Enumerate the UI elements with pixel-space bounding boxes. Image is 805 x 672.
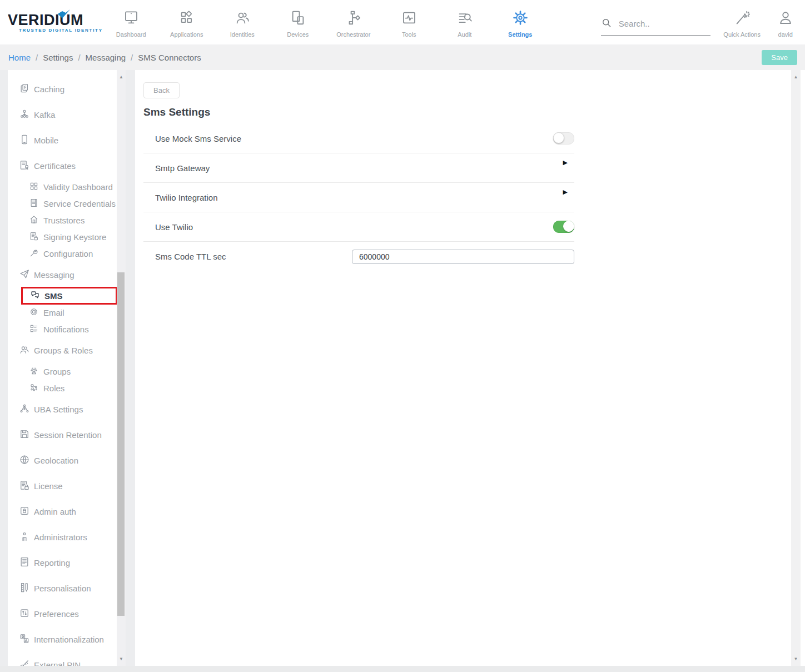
sidebar-item-sms[interactable]: SMS: [21, 287, 117, 305]
nav-item-tools[interactable]: Tools: [381, 7, 437, 38]
sidebar-item-signing-keystore[interactable]: Signing Keystore: [8, 228, 126, 245]
settings-row-use-twilio: Use Twilio: [143, 212, 574, 242]
main-scrollbar[interactable]: ▲ ▼: [791, 70, 801, 666]
certificates-icon: [19, 160, 30, 172]
brand-tagline: TRUSTED DIGITAL IDENTITY: [19, 28, 103, 33]
sidebar-scrollbar-thumb[interactable]: [117, 272, 125, 616]
nav-item-applications[interactable]: Applications: [159, 7, 215, 38]
page-bottom-edge: [0, 666, 805, 672]
kafka-icon: [19, 108, 30, 121]
scroll-up-icon[interactable]: ▲: [117, 74, 126, 79]
nav-item-audit[interactable]: Audit: [437, 7, 493, 38]
search-input[interactable]: [618, 18, 703, 29]
sidebar-scrollbar[interactable]: ▲ ▼: [117, 70, 126, 666]
sidebar-item-groups[interactable]: Groups: [8, 363, 126, 380]
save-button[interactable]: Save: [762, 50, 797, 65]
sidebar-item-session-retention[interactable]: Session Retention: [8, 422, 126, 447]
toggle-use-mock-sms-service[interactable]: [553, 132, 574, 145]
toggle-knob: [553, 132, 564, 143]
sidebar-item-groups-roles[interactable]: Groups & Roles: [8, 337, 126, 363]
sidebar-item-administrators[interactable]: Administrators: [8, 524, 126, 550]
sidebar-item-label: Personalisation: [34, 584, 91, 593]
sidebar-item-kafka[interactable]: Kafka: [8, 102, 126, 127]
sidebar-item-mobile[interactable]: Mobile: [8, 127, 126, 153]
content-panel: Back Sms Settings Use Mock Sms ServiceSm…: [135, 70, 805, 666]
save-disk-icon: [19, 429, 30, 441]
wrench-icon: [29, 248, 39, 260]
sidebar-item-roles[interactable]: Roles: [8, 380, 126, 396]
nav-item-identities[interactable]: Identities: [215, 7, 270, 38]
sidebar-item-geolocation[interactable]: Geolocation: [8, 447, 126, 473]
sidebar-item-internationalization[interactable]: Internationalization: [8, 626, 126, 652]
sidebar-item-label: Mobile: [34, 136, 58, 145]
nav-item-dashboard[interactable]: Dashboard: [103, 7, 159, 38]
sidebar-item-label: Email: [43, 308, 64, 317]
breadcrumb-item-messaging: Messaging: [86, 53, 126, 62]
search-box: [601, 17, 710, 36]
sidebar-item-personalisation[interactable]: Personalisation: [8, 575, 126, 601]
sidebar-item-email[interactable]: Email: [8, 304, 126, 321]
input-sms-code-ttl-sec[interactable]: [352, 250, 574, 264]
doc-report-icon: [19, 556, 30, 569]
expand-arrow-icon[interactable]: ▶: [563, 189, 568, 195]
scroll-up-icon[interactable]: ▲: [791, 74, 801, 79]
sidebar-item-uba-settings[interactable]: UBA Settings: [8, 396, 126, 422]
setting-label: Smtp Gateway: [155, 163, 210, 173]
sidebar-item-service-credentials[interactable]: Service Credentials: [8, 195, 126, 212]
monitor-icon: [123, 9, 140, 28]
sidebar-item-reporting[interactable]: Reporting: [8, 550, 126, 575]
sidebar-item-label: Truststores: [43, 216, 85, 225]
people-icon: [19, 344, 30, 357]
brand-check-icon: [57, 9, 71, 20]
breadcrumb-separator: /: [36, 53, 38, 62]
scroll-down-icon[interactable]: ▼: [791, 656, 801, 661]
sidebar-item-label: Admin auth: [34, 507, 76, 516]
nav-item-label: Orchestrator: [336, 31, 370, 38]
sidebar-item-truststores[interactable]: Truststores: [8, 212, 126, 228]
orchestrator-icon: [345, 9, 362, 28]
sidebar-item-preferences[interactable]: Preferences: [8, 601, 126, 626]
sidebar-item-external-pin[interactable]: External PIN: [8, 652, 126, 666]
sidebar-item-label: Signing Keystore: [43, 232, 106, 242]
branch-icon: [19, 403, 30, 416]
sidebar-item-caching[interactable]: Caching: [8, 76, 126, 102]
expand-arrow-icon[interactable]: ▶: [563, 160, 568, 166]
toggle-use-twilio[interactable]: [553, 221, 574, 233]
sidebar-item-notifications[interactable]: Notifications: [8, 321, 126, 337]
nav-item-devices[interactable]: Devices: [270, 7, 326, 38]
key-icon: [19, 659, 30, 666]
sidebar-item-license[interactable]: License: [8, 473, 126, 499]
breadcrumb-item-sms-connectors: SMS Connectors: [138, 53, 201, 62]
quick-actions-button[interactable]: Quick Actions: [715, 7, 769, 38]
back-button[interactable]: Back: [143, 82, 180, 98]
nav-item-label: Audit: [458, 31, 471, 38]
ruler-pen-icon: [19, 582, 30, 595]
scroll-down-icon[interactable]: ▼: [117, 656, 126, 661]
breadcrumb-bar: Home/Settings/Messaging/SMS Connectors S…: [0, 44, 805, 70]
sidebar-item-admin-auth[interactable]: Admin auth: [8, 499, 126, 524]
user-avatar-icon: [777, 9, 794, 28]
nav-item-orchestrator[interactable]: Orchestrator: [326, 7, 381, 38]
sidebar-item-label: UBA Settings: [34, 405, 83, 414]
primary-nav: DashboardApplicationsIdentitiesDevicesOr…: [103, 7, 548, 38]
doc-lock-icon: [19, 480, 30, 492]
sidebar-item-certificates[interactable]: Certificates: [8, 153, 126, 178]
sidebar-item-label: Caching: [34, 84, 64, 94]
nav-item-settings[interactable]: Settings: [493, 7, 548, 38]
paper-plane-icon: [19, 268, 30, 281]
nav-item-label: Settings: [508, 31, 532, 38]
nav-item-label: Identities: [230, 31, 255, 38]
nav-item-label: Applications: [170, 31, 203, 38]
breadcrumb-item-home[interactable]: Home: [8, 53, 31, 62]
sidebar-item-messaging[interactable]: Messaging: [8, 262, 126, 287]
brand-logo[interactable]: VERIDIUM TRUSTED DIGITAL IDENTITY: [8, 12, 103, 33]
at-sign-icon: [29, 307, 39, 318]
user-menu[interactable]: david: [769, 7, 802, 38]
nav-item-label: Devices: [287, 31, 309, 38]
sidebar-item-validity-dashboard[interactable]: Validity Dashboard: [8, 178, 126, 195]
list-icon: [29, 323, 39, 335]
audit-icon: [456, 9, 473, 28]
sidebar-item-label: Session Retention: [34, 430, 102, 440]
sidebar-item-configuration[interactable]: Configuration: [8, 245, 126, 262]
roles-network-icon: [29, 382, 39, 394]
